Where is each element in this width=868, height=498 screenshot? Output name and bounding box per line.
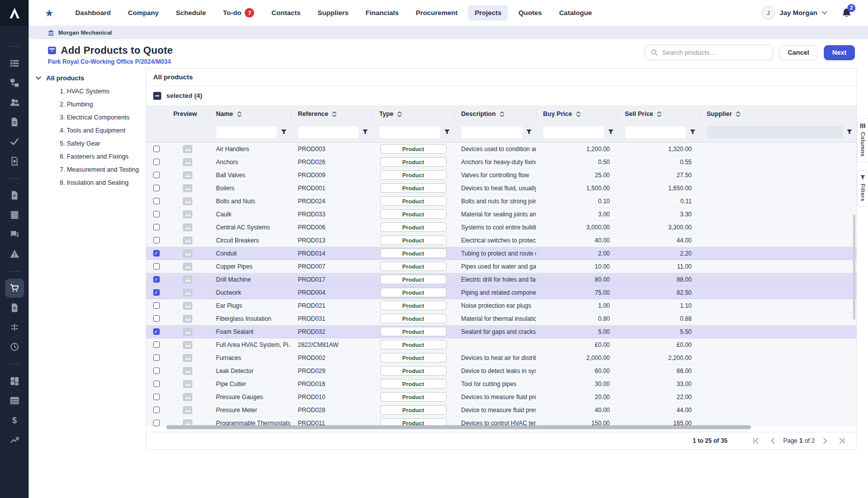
table-row-ball-valves[interactable]: Ball ValvesPROD009ProductValves for cont… (146, 169, 856, 182)
next-page-button[interactable] (820, 438, 830, 444)
project-link[interactable]: Park Royal Co-Working Office P/2024/M034 (48, 58, 171, 65)
table-row-conduit[interactable]: ✓ConduitPROD014ProductTubing to protect … (146, 247, 856, 260)
row-checkbox[interactable] (153, 381, 160, 387)
table-row-fiberglass-insulation[interactable]: Fiberglass InsulationPROD031ProductMater… (146, 312, 856, 325)
row-checkbox[interactable] (153, 315, 160, 322)
nav-item-dashboard[interactable]: Dashboard (69, 5, 118, 21)
tree-item-2-plumbing[interactable]: 2. Plumbing (35, 98, 146, 111)
filter-input-sell-price[interactable] (625, 126, 686, 139)
nav-item-quotes[interactable]: Quotes (512, 5, 549, 21)
column-header-reference[interactable]: Reference (291, 106, 372, 122)
nav-item-financials[interactable]: Financials (359, 5, 405, 21)
row-checkbox[interactable] (153, 341, 160, 348)
sort-icon[interactable] (576, 111, 581, 117)
table-row-pipe-cutter[interactable]: Pipe CutterPROD016ProductTool for cuttin… (146, 378, 856, 391)
filter-funnel-icon[interactable] (690, 129, 696, 135)
table-row-furnaces[interactable]: FurnacesPROD002ProductDevices to heat ai… (146, 351, 856, 364)
row-checkbox[interactable] (153, 394, 160, 400)
scrollbar-thumb[interactable] (853, 214, 855, 320)
org-chart-icon[interactable] (5, 73, 24, 92)
filter-input-reference[interactable] (298, 126, 359, 139)
table-row-pressure-gauges[interactable]: Pressure GaugesPROD010ProductDevices to … (146, 391, 856, 404)
filter-input-description[interactable] (461, 126, 522, 139)
column-header-sell-price[interactable]: Sell Price (618, 106, 700, 122)
row-checkbox[interactable]: ✓ (153, 250, 160, 257)
nav-item-suppliers[interactable]: Suppliers (311, 5, 355, 21)
tree-item-8-insulation-and-sealing[interactable]: 8. Insulation and Sealing (35, 176, 146, 189)
nav-item-procurement[interactable]: Procurement (409, 5, 464, 21)
clock-icon[interactable] (5, 337, 24, 356)
document-icon[interactable] (5, 112, 24, 132)
file-upload-icon[interactable] (5, 152, 24, 171)
nav-item-contacts[interactable]: Contacts (265, 5, 307, 21)
last-page-button[interactable] (835, 438, 848, 444)
breadcrumb[interactable]: Morgan Mechanical (29, 26, 868, 39)
scrollbar-thumb[interactable] (166, 425, 751, 429)
file-icon[interactable] (5, 186, 24, 205)
notifications-button[interactable]: 2 (841, 8, 852, 19)
trend-icon[interactable] (5, 430, 24, 449)
check-icon[interactable] (5, 132, 24, 151)
tree-item-7-measurement-and-testing[interactable]: 7. Measurement and Testing (35, 163, 146, 176)
table-row-circuit-breakers[interactable]: Circuit BreakersPROD013ProductElectrical… (146, 234, 856, 247)
filter-input-name[interactable] (216, 126, 277, 139)
row-checkbox[interactable] (153, 211, 160, 217)
row-checkbox[interactable] (153, 302, 160, 309)
table-row-foam-sealant[interactable]: ✓Foam SealantPROD032ProductSealant for g… (146, 325, 856, 338)
search-products-input[interactable] (662, 49, 767, 56)
row-checkbox[interactable] (153, 354, 160, 361)
nav-item-to-do[interactable]: To-do7 (216, 4, 261, 22)
sort-icon[interactable] (332, 111, 337, 117)
list-icon[interactable] (5, 54, 24, 73)
horizontal-scrollbar[interactable] (166, 425, 751, 429)
user-menu[interactable]: J Jay Morgan (762, 6, 827, 20)
table-row-leak-detector[interactable]: Leak DetectorPROD029ProductDevice to det… (146, 364, 856, 378)
sort-icon[interactable] (736, 111, 740, 117)
sort-icon[interactable] (657, 111, 662, 117)
indeterminate-checkbox-icon[interactable] (153, 92, 161, 100)
column-header-description[interactable]: Description (454, 106, 536, 122)
filters-panel-tab[interactable]: Filters (857, 170, 868, 207)
row-checkbox[interactable] (153, 224, 160, 230)
cart-icon[interactable] (5, 279, 24, 298)
nav-item-projects[interactable]: Projects (468, 5, 508, 21)
table-row-anchors[interactable]: AnchorsPROD026ProductAnchors for heavy-d… (146, 156, 856, 169)
table-row-boilers[interactable]: BoilersPROD001ProductDevices to heat flu… (146, 182, 856, 195)
document-icon[interactable] (5, 298, 24, 317)
column-header-buy-price[interactable]: Buy Price (536, 106, 618, 122)
prev-page-button[interactable] (768, 438, 778, 444)
table-row-bolts-and-nuts[interactable]: Bolts and NutsPROD024ProductBolts and nu… (146, 195, 856, 208)
cancel-button[interactable]: Cancel (779, 45, 818, 60)
columns-panel-tab[interactable]: Columns (857, 118, 868, 162)
rows-icon[interactable] (5, 205, 24, 224)
users-icon[interactable] (5, 93, 24, 112)
nav-item-company[interactable]: Company (121, 5, 165, 21)
sort-icon[interactable] (237, 111, 242, 117)
row-checkbox[interactable] (153, 159, 160, 165)
row-checkbox[interactable] (153, 407, 160, 413)
app-logo[interactable] (0, 0, 29, 26)
column-header-type[interactable]: Type (372, 106, 454, 122)
vertical-scrollbar[interactable] (853, 214, 855, 450)
filter-input-type[interactable] (379, 126, 441, 139)
row-checkbox[interactable] (153, 198, 160, 204)
row-checkbox[interactable] (153, 420, 160, 426)
table-row-caulk[interactable]: CaulkPROD033ProductMaterial for sealing … (146, 208, 856, 221)
next-button[interactable]: Next (824, 45, 855, 60)
filter-funnel-icon[interactable] (444, 129, 450, 135)
tree-item-6-fasteners-and-fixings[interactable]: 6. Fasteners and Fixings (35, 150, 146, 163)
sort-icon[interactable] (397, 111, 402, 117)
row-checkbox[interactable] (153, 146, 160, 152)
table-row-full-area-hvac-system-pi-[interactable]: Full Area HVAC System, Pi...2822/CM81AWP… (146, 338, 856, 351)
tree-item-4-tools-and-equipment[interactable]: 4. Tools and Equipment (35, 124, 146, 137)
tree-item-1-hvac-systems[interactable]: 1. HVAC Systems (35, 85, 146, 98)
table-row-drill-machine[interactable]: ✓Drill MachinePROD017ProductElectric dri… (146, 273, 856, 286)
row-checkbox[interactable]: ✓ (153, 328, 160, 335)
selected-counter[interactable]: selected (4) (146, 86, 856, 106)
table-row-air-handlers[interactable]: Air HandlersPROD003ProductDevices used t… (146, 143, 856, 156)
row-checkbox[interactable] (153, 185, 160, 191)
chat-icon[interactable] (5, 225, 24, 244)
nav-item-catalogue[interactable]: Catalogue (553, 5, 598, 21)
table-row-ductwork[interactable]: ✓DuctworkPROD004ProductPiping and relate… (146, 286, 856, 299)
warning-icon[interactable] (5, 244, 24, 264)
